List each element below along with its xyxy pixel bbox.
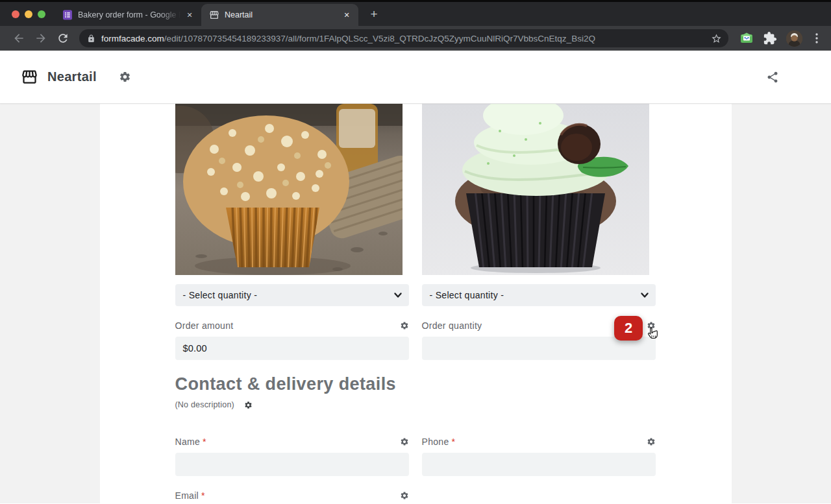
required-asterisk: * (451, 437, 455, 447)
tab-bakery-order-form[interactable]: Bakery order form - Google For ✕ (55, 4, 201, 26)
step-2-badge: 2 (614, 316, 643, 341)
order-amount-label: Order amount (175, 320, 234, 331)
mail-extension-icon[interactable] (739, 31, 754, 45)
section-description: (No description) (175, 400, 234, 409)
email-label: Email* (175, 490, 205, 501)
section-title: Contact & delivery details (175, 374, 732, 394)
product-image-muffin[interactable] (175, 104, 403, 275)
select-value: - Select quantity - (183, 290, 258, 300)
back-icon[interactable] (12, 32, 25, 45)
google-forms-icon (62, 10, 73, 20)
browser-menu-icon[interactable] (812, 32, 822, 45)
forward-icon[interactable] (34, 32, 47, 45)
hand-cursor-icon (645, 327, 660, 342)
form-editor-panel: - Select quantity - - Select quantity - … (100, 104, 732, 503)
chevron-down-icon (640, 291, 649, 300)
quantity-select-cupcake[interactable]: - Select quantity - (422, 284, 656, 306)
section-settings-gear-icon[interactable] (244, 401, 253, 409)
browser-toolbar: formfacade.com/edit/10787073545418923393… (0, 26, 831, 51)
field-settings-gear-icon[interactable] (400, 437, 409, 446)
zoom-window-button[interactable] (38, 10, 45, 18)
address-bar[interactable]: formfacade.com/edit/10787073545418923393… (79, 29, 728, 47)
required-asterisk: * (201, 490, 205, 501)
phone-label: Phone* (422, 437, 456, 447)
brand-name: Neartail (47, 69, 97, 84)
close-window-button[interactable] (12, 10, 19, 18)
storefront-favicon-icon (209, 10, 219, 20)
tab-title: Neartail (225, 10, 253, 19)
minimize-window-button[interactable] (25, 10, 32, 18)
name-label: Name* (175, 437, 206, 447)
storefront-logo-icon (21, 68, 38, 86)
page-background: - Select quantity - - Select quantity - … (0, 104, 831, 503)
field-settings-gear-icon[interactable] (647, 437, 656, 446)
brand-home-link[interactable]: Neartail (21, 68, 97, 86)
field-settings-gear-icon[interactable] (400, 321, 409, 330)
select-value: - Select quantity - (430, 290, 504, 300)
close-tab-icon[interactable]: ✕ (341, 10, 352, 20)
tab-strip: Bakery order form - Google For ✕ Neartai… (0, 0, 831, 26)
phone-input[interactable] (422, 453, 656, 476)
required-asterisk: * (203, 437, 206, 447)
profile-avatar[interactable] (786, 30, 802, 47)
site-header: Neartail (0, 51, 831, 104)
product-image-cupcake[interactable] (422, 104, 649, 275)
quantity-select-muffin[interactable]: - Select quantity - (175, 284, 409, 306)
extensions-puzzle-icon[interactable] (763, 31, 777, 45)
tab-neartail[interactable]: Neartail ✕ (201, 4, 358, 26)
order-quantity-label: Order quantity (422, 320, 482, 331)
name-input[interactable] (175, 453, 409, 476)
field-settings-gear-icon[interactable] (400, 491, 409, 500)
tab-title: Bakery order form - Google For (78, 10, 180, 19)
browser-window: Bakery order form - Google For ✕ Neartai… (0, 0, 831, 504)
bookmark-star-icon[interactable] (711, 33, 722, 44)
chevron-down-icon (393, 291, 403, 300)
url-path: /edit/107870735454189233937/all/form/1FA… (164, 34, 595, 43)
order-amount-input[interactable]: $0.00 (175, 337, 409, 360)
url-text: formfacade.com/edit/10787073545418923393… (101, 34, 706, 43)
share-icon[interactable] (766, 71, 779, 84)
url-domain: formfacade.com (101, 34, 164, 43)
lock-icon (87, 34, 95, 43)
close-tab-icon[interactable]: ✕ (184, 10, 195, 20)
new-tab-button[interactable]: + (365, 5, 383, 23)
window-controls (0, 2, 55, 26)
reload-icon[interactable] (56, 32, 69, 45)
site-settings-gear-icon[interactable] (119, 71, 131, 83)
